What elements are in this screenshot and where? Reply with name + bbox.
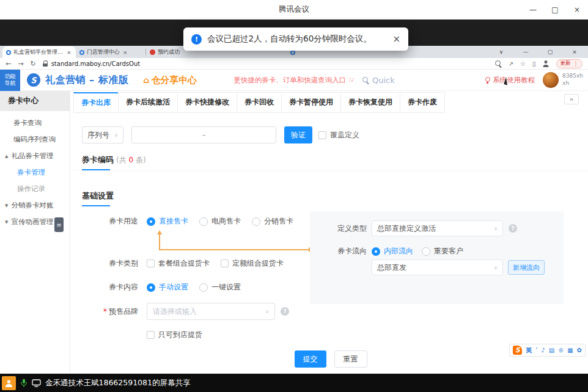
reload-icon[interactable]: ↻ [30, 60, 35, 68]
nav-toggle-line1: 功能 [5, 73, 16, 80]
promo-link[interactable]: 更快捷的券卡、订单和快递查询入口☞ [233, 76, 355, 85]
submit-button[interactable]: 提交 [295, 350, 326, 368]
tab-card-suspend[interactable]: 券卡暂停使用 [281, 92, 341, 113]
overwrite-define-option[interactable]: 覆盖定义 [318, 130, 359, 140]
field-label: 券卡用途 [100, 216, 138, 227]
site-favicon [79, 50, 84, 55]
radio-one-click-setup[interactable] [199, 283, 208, 292]
sidebar-group-gift-card-mgmt[interactable]: ▲ 礼品券卡管理 [0, 148, 70, 164]
maximize-icon[interactable]: □ [544, 0, 566, 19]
serial-type-select[interactable]: 序列号 ∨ [82, 126, 123, 143]
help-icon[interactable]: ? [281, 307, 289, 316]
share-icon[interactable]: ↗ [509, 60, 513, 67]
tab-card-quick-edit[interactable]: 券卡快捷修改 [177, 92, 237, 113]
tab-close-icon[interactable]: × [123, 49, 128, 56]
tab-card-outbound[interactable]: 券卡出库 [73, 92, 119, 113]
tab-card-restore[interactable]: 券卡恢复使用 [340, 92, 400, 113]
radio-distribution-sale[interactable] [252, 217, 260, 226]
window-controls: — □ × [522, 0, 588, 19]
flow-select-row: 总部直发 ∨ 新增流向 [347, 260, 588, 275]
browser-close-icon[interactable]: × [562, 49, 587, 55]
close-icon[interactable]: × [566, 0, 588, 19]
tab-close-icon[interactable]: × [67, 49, 72, 56]
back-icon[interactable]: ← [6, 60, 11, 68]
radio-vip-customer[interactable] [422, 247, 430, 256]
browser-tab-1[interactable]: 礼盒营销平台管理中心 × [2, 46, 76, 58]
tab-card-void[interactable]: 券卡作废 [400, 92, 445, 113]
add-flow-button[interactable]: 新增流向 [508, 260, 545, 275]
sogou-logo-icon[interactable]: S [513, 346, 522, 355]
tab-label: 预约成功 [158, 48, 180, 56]
browser-minimize-icon[interactable]: — [513, 49, 538, 55]
ime-toolbox-icon[interactable]: ▦ [567, 347, 573, 354]
minimize-icon[interactable]: — [522, 0, 544, 19]
tutorial-link[interactable]: 系统使用教程 [485, 76, 535, 85]
store-pickup-only-row[interactable]: 只可到店提货 [147, 330, 213, 340]
quick-search[interactable]: Quick [362, 76, 395, 85]
toast-close-icon[interactable]: × [392, 34, 400, 45]
url-text[interactable]: standard.maboy.cn/CardsOut [51, 60, 140, 67]
radio-internal-flow[interactable] [372, 247, 380, 256]
presale-brand-select[interactable]: 请选择或输入 ∨ [147, 303, 275, 320]
bookmark-star-icon[interactable]: ☆ [520, 60, 526, 67]
checkbox[interactable] [318, 131, 326, 139]
checkbox-fixed-combo[interactable] [221, 260, 229, 267]
nav-toggle-button[interactable]: 功能 导航 [0, 70, 20, 91]
browser-window: 礼盒营销平台管理中心 × 门店管理中心 × 预约成功 ∨ — ▢ × [0, 46, 588, 374]
card-codes-section-header: 券卡编码 (共 0 条) [82, 154, 588, 165]
side-panel-icon[interactable]: ▯ [532, 60, 536, 67]
radio-direct-sale[interactable] [147, 217, 155, 226]
divider [73, 170, 588, 171]
sidebar-group-distribution-reconcile[interactable]: ▼ 分销券卡对账 [0, 197, 70, 214]
tab-card-followup-activate[interactable]: 券卡后续激活 [118, 92, 178, 113]
radio-manual-setup[interactable] [147, 283, 155, 292]
sidebar-item-card-mgmt-active[interactable]: 券卡管理 [0, 164, 70, 181]
user-avatar[interactable] [543, 72, 559, 88]
ime-language-toggle[interactable]: 英 [526, 347, 532, 354]
expand-triangle-icon: ▼ [5, 203, 8, 208]
addressbar-actions: ↗ ☆ ▯ 更新 ⋮ [495, 59, 582, 68]
ime-keyboard-icon[interactable]: ▤ [549, 347, 554, 354]
share-center-link[interactable]: ⌂ 仓分享中心 [143, 74, 197, 86]
zoom-icon[interactable] [495, 60, 502, 67]
browser-maximize-icon[interactable]: ▢ [538, 49, 562, 55]
serial-range-input[interactable]: – [131, 126, 276, 143]
sidebar-item-card-query[interactable]: 券卡查询 [0, 115, 70, 131]
reset-button[interactable]: 重置 [334, 350, 367, 368]
sidebar-header: 券卡中心 [0, 91, 70, 111]
checkbox-label: 定额组合提货卡 [232, 258, 284, 269]
radio-ecommerce-sale[interactable] [199, 217, 208, 226]
ime-punctuation-icon[interactable]: ’ [535, 347, 537, 354]
tab-card-recycle[interactable]: 券卡回收 [237, 92, 282, 113]
profile-icon[interactable] [543, 60, 549, 67]
browser-tab-2[interactable]: 门店管理中心 × [76, 46, 145, 58]
group-label: 礼品券卡管理 [11, 151, 53, 161]
tutorial-label: 系统使用教程 [493, 76, 535, 85]
card-usage-row: 券卡用途 直接售卡 电商售卡 分销售卡 [100, 216, 304, 227]
checkbox-package-combo[interactable] [147, 260, 155, 267]
ime-settings-icon[interactable]: ✿ [577, 347, 582, 354]
flow-select[interactable]: 总部直发 ∨ [372, 260, 503, 275]
more-menu-icon[interactable]: ⋮ [573, 60, 579, 67]
sidebar-collapse-handle[interactable]: ≡ [54, 217, 64, 232]
forward-icon[interactable]: → [18, 60, 23, 68]
tab-label: 礼盒营销平台管理中心 [13, 48, 64, 56]
sidebar-item-code-sequence-query[interactable]: 编码序列查询 [0, 131, 70, 148]
expand-more-button[interactable]: » [564, 94, 579, 104]
radio-label: 分销售卡 [264, 216, 293, 227]
browser-menu-chevron-icon[interactable]: ∨ [489, 49, 513, 55]
ime-voice-icon[interactable]: ♪ [541, 347, 545, 354]
share-status-label: 金禾通技术王斌18662591081的屏幕共享 [45, 378, 190, 388]
select-value: 总部直发 [377, 263, 406, 273]
select-value: 序列号 [87, 130, 109, 140]
verify-button[interactable]: 验证 [284, 126, 312, 143]
ime-toolbar: S 英 ’ ♪ ▤ ♔ ▦ ✿ [509, 344, 586, 357]
help-icon[interactable]: ? [509, 224, 517, 233]
tab-label: 门店管理中心 [87, 48, 120, 56]
ime-skin-icon[interactable]: ♔ [558, 347, 564, 354]
definition-type-select[interactable]: 总部直接定义激活 ∨ [372, 220, 503, 236]
browser-update-button[interactable]: 更新 ⋮ [556, 59, 583, 68]
sidebar-item-operation-log[interactable]: 操作记录 [0, 181, 70, 197]
checkbox-store-only[interactable] [147, 331, 155, 339]
basic-settings-section-header: 基础设置 [82, 191, 588, 201]
